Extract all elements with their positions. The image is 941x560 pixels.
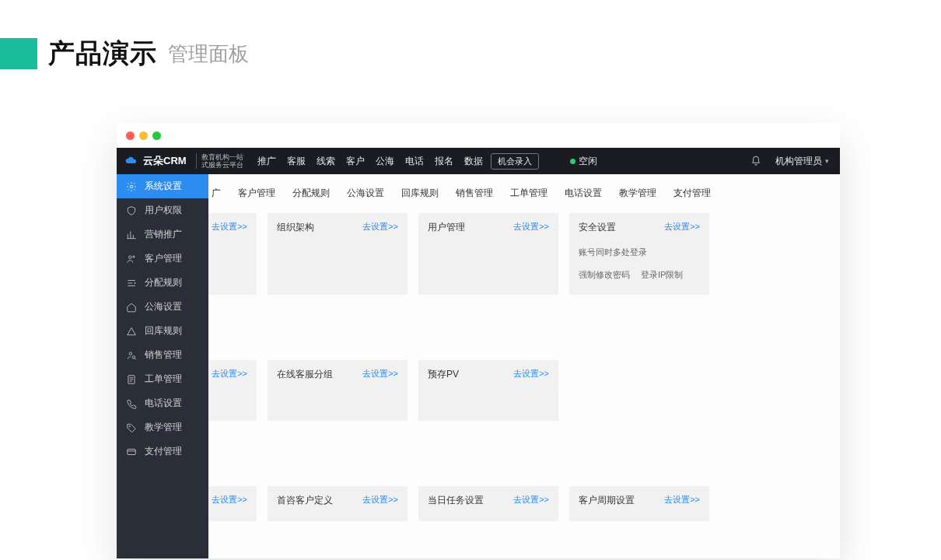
app-body: 系统设置用户权限营销推广客户管理分配规则公海设置回库规则销售管理工单管理电话设置… — [117, 174, 840, 558]
nav-item[interactable]: 推广 — [257, 155, 276, 168]
sub-tab[interactable]: 教学管理 — [611, 182, 664, 205]
card-sub-link[interactable]: 账号同时多处登录 — [579, 247, 647, 258]
go-settings-link[interactable]: 去设置>> — [513, 368, 549, 380]
notification-bell-icon[interactable] — [750, 156, 761, 166]
sidebar-item-label: 销售管理 — [145, 348, 182, 362]
sub-tab[interactable]: 电话设置 — [557, 182, 610, 205]
nav-item[interactable]: 电话 — [405, 155, 424, 168]
record-opportunity-button[interactable]: 机会录入 — [491, 153, 539, 170]
sub-tab[interactable]: 分配规则 — [285, 182, 338, 205]
sub-tab[interactable]: 销售管理 — [448, 182, 501, 205]
svg-point-0 — [130, 185, 133, 188]
page-title: 产品演示 — [48, 36, 157, 72]
card-sub-link[interactable]: 登录IP限制 — [641, 269, 683, 281]
go-settings-link[interactable]: 去设置>> — [212, 368, 247, 380]
sidebar-item-search-person[interactable]: 销售管理 — [117, 343, 208, 367]
accent-block — [0, 38, 37, 69]
go-settings-link[interactable]: 去设置>> — [362, 368, 398, 380]
user-role-menu[interactable]: 机构管理员 ▾ — [775, 155, 829, 168]
nav-item[interactable]: 线索 — [317, 155, 335, 168]
status-indicator[interactable]: 空闲 — [570, 155, 597, 168]
brand-logo[interactable]: 云朵CRM 教育机构一站 式服务云平台 — [124, 153, 243, 169]
sidebar-item-doc[interactable]: 工单管理 — [117, 367, 208, 391]
go-settings-link[interactable]: 去设置>> — [212, 221, 247, 233]
sidebar-item-label: 工单管理 — [145, 373, 182, 386]
sidebar-item-home[interactable]: 公海设置 — [117, 295, 208, 319]
svg-rect-7 — [128, 449, 136, 454]
go-settings-link[interactable]: 去设置>> — [664, 221, 700, 233]
sidebar-item-phone[interactable]: 电话设置 — [117, 391, 208, 415]
nav-item[interactable]: 报名 — [435, 155, 453, 168]
sidebar-item-label: 营销推广 — [145, 228, 182, 241]
go-settings-link[interactable]: 去设置>> — [212, 494, 247, 506]
settings-card: 在线客服分组去设置>> — [268, 360, 408, 421]
svg-point-1 — [129, 255, 132, 258]
nav-item[interactable]: 公海 — [376, 155, 394, 168]
sidebar-item-card[interactable]: 支付管理 — [117, 439, 208, 464]
card-sub-links: 账号同时多处登录强制修改密码登录IP限制 — [579, 247, 700, 281]
settings-card: 预存PV去设置>> — [418, 360, 558, 421]
cloud-logo-icon — [124, 154, 138, 168]
nav-item[interactable]: 客服 — [287, 155, 306, 168]
settings-card: 去设置>> — [208, 213, 257, 295]
phone-icon — [126, 398, 137, 409]
settings-card: 客户周期设置去设置>> — [569, 486, 709, 521]
go-settings-link[interactable]: 去设置>> — [362, 221, 398, 233]
sub-tab[interactable]: 客户管理 — [230, 182, 283, 205]
card-sub-link[interactable]: 强制修改密码 — [579, 269, 630, 281]
sidebar-item-label: 客户管理 — [145, 252, 182, 265]
top-nav: 云朵CRM 教育机构一站 式服务云平台 推广 客服 线索 客户 公海 电话 报名… — [117, 148, 840, 174]
sidebar-item-label: 系统设置 — [145, 180, 182, 193]
close-icon[interactable] — [126, 131, 135, 140]
cards-grid: 去设置>>组织架构去设置>>用户管理去设置>>安全设置去设置>>账号同时多处登录… — [208, 213, 827, 558]
brand-name: 云朵CRM — [143, 154, 187, 168]
sub-tab[interactable]: 广 — [208, 182, 229, 205]
svg-point-6 — [129, 425, 130, 426]
sidebar-item-settings[interactable]: 系统设置 — [117, 174, 208, 198]
sub-tab[interactable]: 支付管理 — [666, 182, 719, 205]
sidebar-item-tag[interactable]: 教学管理 — [117, 415, 208, 439]
settings-icon — [126, 181, 137, 192]
sidebar-item-label: 回库规则 — [145, 324, 182, 338]
user-role-label: 机构管理员 — [775, 155, 822, 168]
top-nav-items: 推广 客服 线索 客户 公海 电话 报名 数据 — [257, 155, 483, 168]
content-area: 广客户管理分配规则公海设置回库规则销售管理工单管理电话设置教学管理支付管理 去设… — [208, 174, 840, 558]
sidebar-item-shield[interactable]: 用户权限 — [117, 198, 208, 222]
settings-card: 用户管理去设置>> — [418, 213, 558, 295]
nav-item[interactable]: 客户 — [346, 155, 365, 168]
sidebar-item-label: 公海设置 — [145, 300, 182, 313]
go-settings-link[interactable]: 去设置>> — [362, 494, 398, 506]
status-label: 空闲 — [579, 155, 597, 168]
sidebar-item-users[interactable]: 客户管理 — [117, 247, 208, 271]
svg-point-2 — [133, 255, 135, 257]
minimize-icon[interactable] — [139, 131, 148, 140]
settings-card: 安全设置去设置>>账号同时多处登录强制修改密码登录IP限制 — [569, 213, 709, 295]
users-icon — [126, 254, 137, 264]
sidebar-item-label: 支付管理 — [145, 445, 182, 458]
sub-tab[interactable]: 公海设置 — [339, 182, 392, 205]
search-person-icon — [126, 350, 137, 361]
triangle-icon — [126, 326, 137, 337]
sidebar-item-label: 用户权限 — [145, 204, 182, 217]
sidebar-item-label: 教学管理 — [145, 421, 182, 434]
cards-scroll[interactable]: 去设置>>组织架构去设置>>用户管理去设置>>安全设置去设置>>账号同时多处登录… — [208, 213, 840, 558]
settings-card: 则去设置>> — [208, 486, 257, 521]
card-icon — [126, 446, 137, 457]
sidebar-item-rule[interactable]: 分配规则 — [117, 271, 208, 295]
settings-card: 组织架构去设置>> — [268, 213, 408, 295]
sidebar: 系统设置用户权限营销推广客户管理分配规则公海设置回库规则销售管理工单管理电话设置… — [117, 174, 208, 558]
tag-icon — [126, 422, 137, 433]
settings-card: 当日任务设置去设置>> — [418, 486, 558, 521]
sidebar-item-label: 电话设置 — [145, 397, 182, 410]
maximize-icon[interactable] — [152, 131, 161, 140]
sub-tab[interactable]: 工单管理 — [502, 182, 555, 205]
go-settings-link[interactable]: 去设置>> — [513, 221, 549, 233]
sidebar-item-chart[interactable]: 营销推广 — [117, 222, 208, 247]
go-settings-link[interactable]: 去设置>> — [513, 494, 549, 506]
status-dot-icon — [570, 159, 575, 164]
sidebar-item-triangle[interactable]: 回库规则 — [117, 319, 208, 343]
go-settings-link[interactable]: 去设置>> — [664, 494, 700, 506]
rule-icon — [126, 278, 137, 289]
nav-item[interactable]: 数据 — [464, 155, 483, 168]
sub-tab[interactable]: 回库规则 — [394, 182, 446, 205]
